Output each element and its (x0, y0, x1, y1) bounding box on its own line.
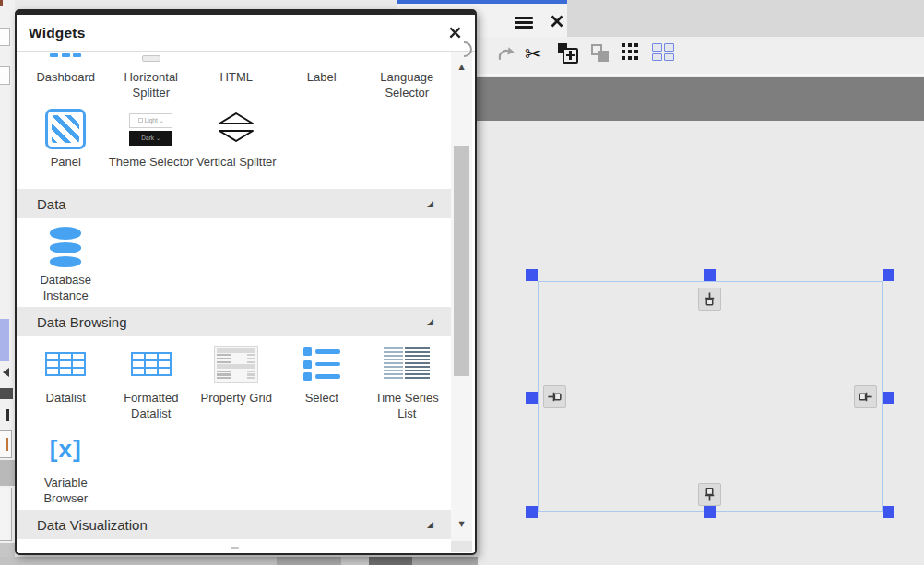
horizontal-scrollbar-thumb[interactable] (369, 557, 412, 565)
copy-icon[interactable] (590, 43, 610, 64)
scrollbar-segment (341, 557, 369, 565)
left-panel-fragment (0, 0, 3, 6)
left-panel-text-fragment (6, 409, 9, 421)
scroll-down-icon[interactable]: ▼ (451, 520, 472, 528)
widget-panel[interactable]: Panel (23, 101, 109, 189)
resize-handle-w[interactable] (526, 392, 538, 404)
database-icon (50, 227, 81, 267)
scrollbar-corner (451, 541, 472, 552)
pin-top-button[interactable] (698, 288, 721, 311)
left-panel-gray-fragment (0, 460, 15, 486)
section-label: Data (37, 196, 66, 212)
copy-glyph (590, 43, 610, 64)
widget-row-partial: Dashboard Horizontal Splitter HTML Label… (17, 52, 475, 101)
redo-icon[interactable] (495, 43, 517, 65)
widget-select[interactable]: Select (279, 336, 365, 424)
scrollbar-segment (277, 557, 341, 565)
widget-theme-selector[interactable]: Light⌄ Dark⌄ Theme Selector (109, 101, 195, 189)
left-panel-button-fragment (0, 66, 10, 85)
grid-dots-icon[interactable] (622, 43, 638, 60)
paste-glyph (558, 43, 580, 65)
close-tab-icon[interactable] (550, 14, 564, 29)
paste-icon[interactable] (558, 43, 580, 65)
collapse-triangle-icon: ◢ (427, 317, 433, 326)
widget-variable-browser[interactable]: [x] Variable Browser (23, 424, 109, 510)
widget-row-general: Panel Light⌄ Dark⌄ Theme Selector Vertic… (17, 101, 475, 189)
widget-language-selector[interactable]: Language Selector (364, 52, 450, 101)
widget-formatted-datalist[interactable]: Formatted Datalist (109, 336, 195, 424)
widget-database-instance[interactable]: Database Instance (23, 218, 109, 307)
scrollbar-segment (412, 557, 478, 565)
widget-horizontal-splitter[interactable]: Horizontal Splitter (109, 52, 195, 101)
horizontal-scrollbar[interactable] (0, 557, 478, 565)
selected-widget-outline[interactable] (538, 281, 883, 512)
widget-label: Property Grid (201, 391, 272, 406)
widget-row-browsing: Datalist Formatted Datalist Property Gri… (17, 336, 475, 424)
widgets-dialog: Widgets Dashboard Horizontal Splitter HT… (15, 9, 477, 555)
resize-gripper[interactable] (231, 547, 239, 549)
property-grid-icon (214, 346, 258, 383)
section-header-data[interactable]: Data ◢ (17, 189, 452, 218)
resize-handle-nw[interactable] (526, 269, 538, 281)
widget-html[interactable]: HTML (194, 52, 279, 101)
left-panel-button-fragment (0, 28, 10, 46)
scroll-up-icon[interactable]: ▲ (451, 63, 472, 71)
resize-handle-n[interactable] (704, 269, 716, 281)
dialog-scrollbar[interactable]: ▲ ▼ (451, 52, 472, 552)
left-panel-selected-item-fragment (0, 319, 9, 361)
widget-label: Formatted Datalist (109, 391, 195, 421)
widget-row-variable: [x] Variable Browser (17, 424, 475, 510)
widget-label-widget[interactable]: Label (279, 52, 365, 101)
section-label: Data Browsing (37, 314, 127, 330)
widget-dashboard[interactable]: Dashboard (23, 52, 109, 101)
resize-handle-ne[interactable] (883, 269, 894, 281)
vertical-splitter-icon (217, 111, 255, 147)
widget-label: Variable Browser (23, 476, 109, 506)
widget-vertical-splitter[interactable]: Vertical Splitter (194, 101, 279, 189)
resize-handle-sw[interactable] (526, 506, 538, 518)
dialog-close-icon[interactable] (448, 26, 463, 41)
pin-left-button[interactable] (543, 385, 566, 408)
formatted-datalist-table-icon (131, 352, 172, 376)
cut-icon[interactable]: ✂ (525, 43, 541, 65)
html-icon (194, 52, 279, 70)
collapse-triangle-icon: ◢ (427, 520, 433, 529)
variable-browser-icon: [x] (50, 435, 82, 464)
dialog-scrollbar-thumb[interactable] (454, 146, 469, 376)
scissors-glyph: ✂ (525, 43, 541, 65)
screen: ✂ Data (0, 0, 924, 565)
section-header-data-visualization[interactable]: Data Visualization ◢ (17, 510, 452, 539)
dialog-header: Widgets (17, 15, 475, 52)
left-panel-orange-fragment (6, 438, 8, 451)
widget-property-grid[interactable]: Property Grid (194, 336, 279, 424)
widget-label: Dashboard (36, 70, 95, 86)
section-header-data-browsing[interactable]: Data Browsing ◢ (17, 307, 452, 336)
widget-label: Time Series List (364, 391, 450, 421)
datalist-table-icon (45, 352, 86, 376)
widget-label: Database Instance (23, 273, 109, 303)
collapse-left-arrow-icon[interactable] (3, 368, 9, 377)
collapse-triangle-icon: ◢ (427, 199, 433, 208)
dashboard-icon (23, 52, 109, 70)
select-list-icon (303, 347, 340, 381)
resize-handle-se[interactable] (883, 506, 894, 518)
dialog-title: Widgets (29, 25, 86, 41)
language-selector-icon (364, 52, 450, 70)
resize-handle-e[interactable] (883, 392, 894, 404)
label-icon (279, 52, 365, 70)
widget-label: Horizontal Splitter (109, 70, 195, 100)
pin-right-button[interactable] (854, 385, 877, 408)
widget-label: Datalist (46, 391, 86, 406)
hamburger-menu-icon[interactable] (515, 17, 533, 29)
theme-selector-icon: Light⌄ Dark⌄ (129, 113, 172, 146)
widget-label: Label (307, 70, 337, 86)
layout-grid-icon[interactable] (652, 43, 674, 61)
panel-icon (45, 109, 86, 149)
time-series-list-icon (384, 347, 430, 381)
widget-label: Theme Selector (109, 155, 194, 171)
resize-handle-s[interactable] (704, 506, 716, 518)
pin-bottom-button[interactable] (698, 483, 721, 506)
widget-label: HTML (220, 70, 253, 86)
widget-datalist[interactable]: Datalist (23, 336, 109, 424)
widget-time-series-list[interactable]: Time Series List (364, 336, 450, 424)
